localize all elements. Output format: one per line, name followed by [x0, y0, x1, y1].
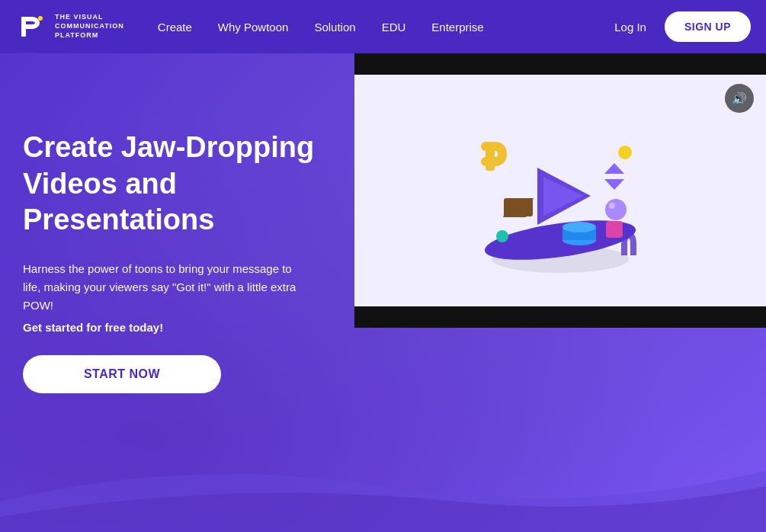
sound-button[interactable]: 🔊: [725, 84, 754, 113]
hero-title: Create Jaw-Dropping Videos and Presentat…: [23, 130, 339, 239]
nav-right: Log In SIGN UP: [604, 11, 751, 42]
video-illustration: [438, 91, 682, 290]
nav-links: Create Why Powtoon Solution EDU Enterpri…: [147, 14, 604, 40]
svg-marker-9: [604, 163, 624, 174]
svg-point-17: [605, 199, 627, 220]
nav-edu[interactable]: EDU: [371, 14, 417, 40]
video-bottom-bar: [354, 306, 766, 328]
logo-tagline: THE VISUAL COMMUNICATION PLATFORM: [55, 13, 124, 40]
powtoon-logo-icon: [15, 11, 47, 43]
nav-why-powtoon[interactable]: Why Powtoon: [207, 14, 300, 40]
nav-create[interactable]: Create: [147, 14, 203, 40]
hero-section: Create Jaw-Dropping Videos and Presentat…: [0, 53, 766, 532]
hero-content: Create Jaw-Dropping Videos and Presentat…: [0, 53, 339, 393]
video-main: 🔊: [354, 75, 766, 306]
video-panel[interactable]: 🔊: [354, 53, 766, 328]
svg-point-1: [38, 16, 43, 21]
svg-rect-13: [606, 221, 623, 238]
hero-cta-text: Get started for free today!: [23, 321, 339, 334]
navbar: THE VISUAL COMMUNICATION PLATFORM Create…: [0, 0, 766, 53]
svg-marker-10: [604, 179, 624, 190]
nav-solution[interactable]: Solution: [303, 14, 366, 40]
svg-point-18: [609, 203, 615, 209]
sound-icon: 🔊: [732, 91, 747, 106]
start-now-button[interactable]: START NOW: [23, 355, 221, 393]
svg-point-16: [562, 222, 596, 232]
video-top-bar: [354, 53, 766, 75]
hero-subtitle: Harness the power of toons to bring your…: [23, 260, 312, 315]
login-link[interactable]: Log In: [604, 14, 657, 40]
svg-point-11: [618, 146, 632, 159]
signup-button[interactable]: SIGN UP: [665, 11, 751, 42]
nav-enterprise[interactable]: Enterprise: [421, 14, 494, 40]
logo-area[interactable]: THE VISUAL COMMUNICATION PLATFORM: [15, 11, 124, 43]
svg-point-12: [496, 230, 508, 242]
svg-rect-8: [504, 198, 533, 216]
hero-wave: [0, 441, 766, 532]
